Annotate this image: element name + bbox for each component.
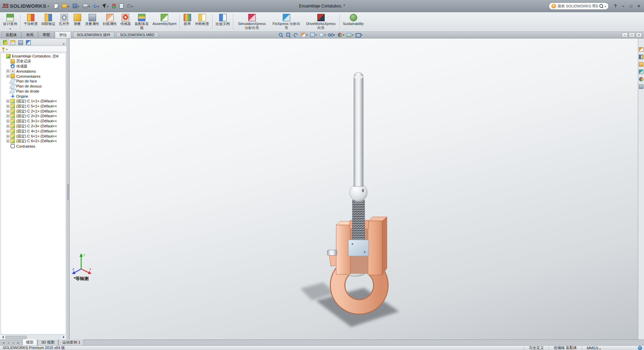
- document-tab[interactable]: 3D 视图: [38, 339, 58, 345]
- units-selector[interactable]: MMGS: [582, 346, 605, 350]
- expand-icon[interactable]: [6, 75, 9, 78]
- view-tool-button-view-orientation[interactable]: [309, 32, 317, 38]
- tab-nav-button-first[interactable]: «: [1, 340, 6, 345]
- search-box[interactable]: [549, 2, 609, 10]
- view-tool-button-apply-scene[interactable]: [345, 32, 354, 38]
- handle-rod[interactable]: [350, 72, 367, 201]
- task-pane-tab-design-library[interactable]: [639, 55, 643, 59]
- tree-item-comments[interactable]: Commentaires: [1, 74, 66, 79]
- chevron-double-right-icon[interactable]: [62, 42, 66, 46]
- view-tool-button-view-settings[interactable]: [354, 32, 363, 38]
- panel-tab-configurationmanager[interactable]: [17, 39, 24, 46]
- expand-icon[interactable]: [6, 125, 9, 128]
- ribbon-button-simulationxpress[interactable]: SimulationXpress 分析向导: [235, 13, 269, 31]
- task-pane-tab-file-explorer[interactable]: [639, 62, 643, 67]
- menu-expand-icon[interactable]: [48, 4, 49, 8]
- ribbon-button-sustainability[interactable]: Sustainability: [341, 13, 366, 31]
- toolbar-button-open[interactable]: [61, 3, 70, 9]
- ribbon-button-sensor[interactable]: 传感器: [119, 13, 133, 31]
- expand-icon[interactable]: [6, 110, 9, 113]
- tree-item-part[interactable]: (固定) C 5<1> (Défaut<<: [1, 104, 66, 109]
- view-tool-button-display-style[interactable]: [318, 32, 326, 38]
- ribbon-button-compare-documents[interactable]: 比较文档: [214, 13, 232, 31]
- toolbar-button-print[interactable]: [82, 3, 91, 9]
- view-tool-button-zoom-to-fit[interactable]: [277, 32, 284, 38]
- search-input[interactable]: [557, 4, 598, 8]
- graphics-viewport[interactable]: Y X Z *等轴测: [70, 39, 638, 340]
- toolbar-button-options[interactable]: [126, 3, 134, 9]
- tab-nav-button-previous[interactable]: ‹: [6, 340, 11, 345]
- window-button-help[interactable]: ?: [612, 3, 619, 9]
- tree-item-plane[interactable]: Plan de dessus: [1, 84, 66, 89]
- tree-item-assembly[interactable]: Ensamblaje Cortatubos. (Dé: [1, 54, 66, 59]
- ribbon-button-hole-alignment[interactable]: 孔对齐: [57, 13, 71, 31]
- document-tab[interactable]: 模型: [22, 339, 37, 345]
- view-tool-button-previous-view[interactable]: [292, 32, 299, 38]
- panel-tab-dimxpertmanager[interactable]: [24, 39, 32, 46]
- feed-screw[interactable]: [352, 199, 365, 241]
- ribbon-button-driveworksxpress[interactable]: DriveWorksXpress 向导: [304, 13, 338, 31]
- ribbon-button-design-study[interactable]: 设计算例: [1, 13, 19, 31]
- panel-splitter[interactable]: [67, 39, 70, 340]
- expand-icon[interactable]: [6, 70, 9, 73]
- view-tool-button-zoom-to-area[interactable]: [285, 32, 292, 38]
- view-tool-button-section-view[interactable]: [300, 32, 308, 38]
- tree-item-part[interactable]: (固定) C 2<3> (Défaut<<: [1, 124, 66, 129]
- model-pipe-cutter-assembly[interactable]: [281, 52, 436, 329]
- tree-item-part[interactable]: (固定) C 6<2> (Défaut<<: [1, 139, 66, 144]
- panel-horizontal-scrollbar[interactable]: [1, 335, 66, 339]
- ribbon-button-clearance-verification[interactable]: 间隙验证: [40, 13, 57, 31]
- tree-item-part[interactable]: (固定) C 6<1> (Défaut<<: [1, 134, 66, 139]
- ribbon-button-curvature[interactable]: 曲率: [181, 13, 193, 31]
- scrollbar-thumb[interactable]: [5, 336, 27, 339]
- task-pane-tab-solidworks-resources[interactable]: [639, 47, 643, 52]
- expand-icon[interactable]: [6, 105, 9, 108]
- quick-tips-icon[interactable]: [638, 346, 642, 350]
- ribbon-button-symmetry-check[interactable]: 对称检查: [193, 13, 211, 31]
- tree-item-annotations[interactable]: Annotations: [1, 69, 66, 74]
- filter-icon[interactable]: [2, 48, 5, 50]
- tree-item-part[interactable]: (固定) C 2<2> (Défaut<<: [1, 114, 66, 119]
- expand-icon[interactable]: [6, 140, 9, 143]
- tree-item-origin[interactable]: Origine: [1, 94, 66, 99]
- scrollbar-track[interactable]: [5, 335, 62, 339]
- expand-icon[interactable]: [6, 130, 9, 133]
- ribbon-button-floxpress[interactable]: FloXpress 分析向导: [269, 13, 304, 31]
- search-icon[interactable]: [599, 4, 603, 8]
- chevron-down-icon[interactable]: [6, 47, 7, 51]
- chevron-down-icon[interactable]: [605, 4, 606, 8]
- tab-nav-button-last[interactable]: »: [16, 340, 20, 345]
- command-tab[interactable]: SOLIDWORKS MBD: [116, 32, 158, 38]
- toolbar-button-save[interactable]: [71, 3, 80, 9]
- tree-item-mates[interactable]: Contraintes: [1, 144, 66, 149]
- tree-item-part[interactable]: (固定) C 3<1> (Défaut<<: [1, 119, 66, 124]
- task-pane-tab-appearances[interactable]: [639, 77, 643, 81]
- panel-tab-featuremanager[interactable]: [1, 39, 9, 46]
- command-tab[interactable]: 草图: [38, 31, 54, 38]
- tab-nav-button-next[interactable]: ›: [11, 340, 16, 345]
- toolbar-button-file-properties[interactable]: [118, 3, 125, 9]
- toolbar-button-new-document[interactable]: [53, 3, 60, 9]
- document-window-button-minimize[interactable]: –: [622, 32, 628, 38]
- expand-icon[interactable]: [6, 135, 9, 138]
- document-window-button-restore[interactable]: □: [629, 32, 635, 38]
- tree-item-plane[interactable]: Plan de droite: [1, 89, 66, 94]
- toolbar-button-select[interactable]: [101, 3, 110, 9]
- view-tool-button-edit-appearance[interactable]: [336, 32, 345, 38]
- scroll-left-icon[interactable]: [1, 335, 5, 339]
- command-tab[interactable]: 布局: [22, 31, 38, 38]
- command-tab[interactable]: SOLIDWORKS 插件: [73, 32, 114, 38]
- toolbar-button-rebuild[interactable]: [111, 3, 117, 9]
- tree-item-part[interactable]: (固定) C 4<1> (Défaut<<: [1, 129, 66, 134]
- document-tab[interactable]: 运动算例 1: [59, 339, 84, 345]
- tree-item-sensors[interactable]: 传感器: [1, 64, 66, 69]
- command-tab[interactable]: 装配体: [1, 31, 21, 38]
- window-button-restore[interactable]: □: [628, 3, 634, 9]
- expand-icon[interactable]: [6, 100, 9, 103]
- panel-tab-propertymanager[interactable]: [9, 39, 17, 46]
- tree-item-plane[interactable]: Plan de face: [1, 79, 66, 84]
- tree-item-part[interactable]: (固定) C 1<1> (Défaut<<: [1, 99, 66, 104]
- tree-item-history[interactable]: 历史记录: [1, 59, 66, 64]
- document-window-button-close[interactable]: ×: [636, 32, 642, 38]
- task-pane-tab-view-palette[interactable]: [639, 70, 643, 74]
